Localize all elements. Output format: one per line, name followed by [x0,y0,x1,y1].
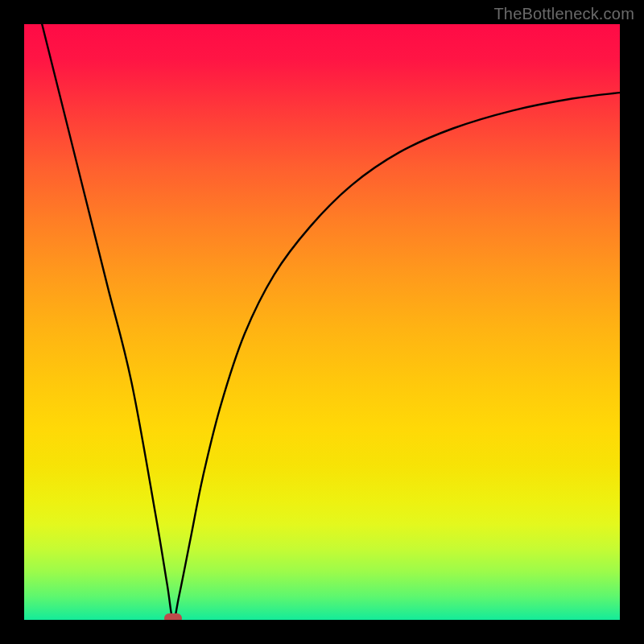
minimum-marker [164,613,182,620]
bottleneck-curve [24,24,620,620]
curve-path [42,24,620,620]
chart-frame: TheBottleneck.com [0,0,644,644]
plot-area [24,24,620,620]
watermark-text: TheBottleneck.com [493,5,634,23]
